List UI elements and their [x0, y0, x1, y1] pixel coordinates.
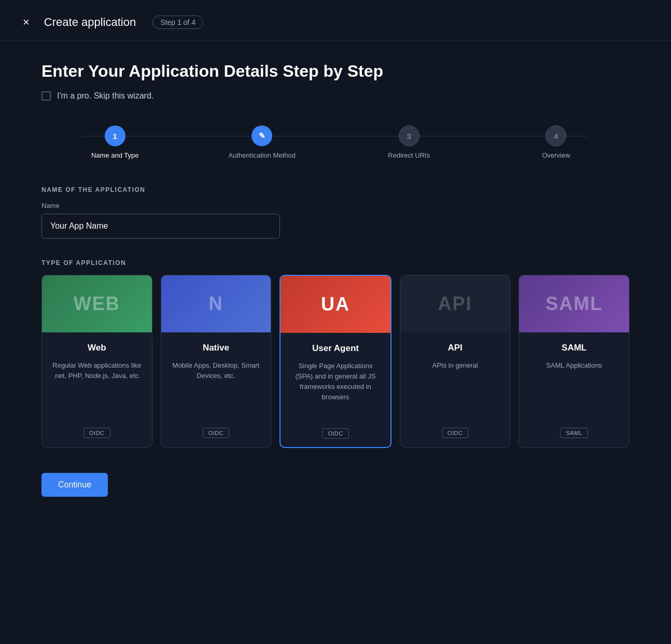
step-1[interactable]: 1 Name and Type [41, 125, 189, 159]
step-1-label: Name and Type [91, 151, 139, 159]
card-native-banner-text: N [208, 293, 223, 315]
card-native-desc: Mobile Apps, Desktop, Smart Devices, etc… [170, 360, 263, 418]
app-name-input[interactable] [41, 214, 280, 239]
card-ua-body: User Agent Single Page Applications (SPA… [281, 333, 390, 447]
card-web-banner-text: WEB [74, 293, 120, 315]
step-2-label: Authentication Method [229, 151, 296, 159]
card-api-name: API [448, 343, 462, 353]
card-saml-banner: SAML [519, 275, 629, 332]
step-4[interactable]: 4 Overview [483, 125, 630, 159]
card-api-tag: OIDC [442, 428, 469, 438]
page-heading: Enter Your Application Details Step by S… [41, 62, 630, 81]
card-saml-banner-text: SAML [546, 293, 603, 315]
card-web-tag: OIDC [83, 428, 110, 438]
name-field-label: Name [41, 202, 630, 209]
card-native-tag: OIDC [203, 428, 230, 438]
card-ua-tag: OIDC [322, 428, 349, 439]
card-saml-desc: SAML Applications [546, 360, 602, 418]
app-type-cards: WEB Web Regular Web applications like .n… [41, 275, 630, 448]
main-content: Enter Your Application Details Step by S… [0, 41, 671, 528]
card-web-banner: WEB [42, 275, 152, 332]
step-3-circle: 3 [399, 125, 420, 146]
close-button[interactable]: × [21, 15, 32, 30]
step-2-circle: ✎ [251, 125, 272, 146]
name-section: NAME OF THE APPLICATION Name [41, 186, 630, 259]
card-api-desc: APIs in general [432, 360, 478, 418]
card-native-body: Native Mobile Apps, Desktop, Smart Devic… [161, 332, 271, 446]
card-native-name: Native [203, 343, 229, 353]
type-section-title: TYPE OF APPLICATION [41, 259, 630, 267]
type-section: TYPE OF APPLICATION WEB Web Regular Web … [41, 259, 630, 448]
step-4-label: Overview [542, 151, 570, 159]
step-3[interactable]: 3 Redirect URIs [336, 125, 483, 159]
card-saml-name: SAML [562, 343, 586, 353]
card-native-banner: N [161, 275, 271, 332]
card-ua-desc: Single Page Applications (SPA) and in ge… [289, 361, 382, 419]
skip-wizard-checkbox[interactable] [41, 91, 51, 101]
card-api[interactable]: API API APIs in general OIDC [400, 275, 511, 448]
step-badge: Step 1 of 4 [152, 16, 203, 29]
card-api-body: API APIs in general OIDC [400, 332, 510, 446]
step-2[interactable]: ✎ Authentication Method [189, 125, 336, 159]
card-web-desc: Regular Web applications like .net, PHP,… [50, 360, 144, 418]
continue-button[interactable]: Continue [41, 473, 108, 497]
card-ua-banner: UA [281, 276, 390, 333]
pencil-icon: ✎ [259, 131, 265, 141]
card-web-body: Web Regular Web applications like .net, … [42, 332, 152, 446]
card-ua[interactable]: UA User Agent Single Page Applications (… [279, 275, 392, 448]
header: × Create application Step 1 of 4 [0, 0, 671, 41]
stepper: 1 Name and Type ✎ Authentication Method … [41, 125, 630, 159]
card-ua-banner-text: UA [321, 293, 350, 315]
card-saml-body: SAML SAML Applications SAML [519, 332, 629, 446]
skip-wizard-row: I'm a pro. Skip this wizard. [41, 91, 630, 101]
card-api-banner: API [400, 275, 510, 332]
step-4-circle: 4 [546, 125, 566, 146]
card-native[interactable]: N Native Mobile Apps, Desktop, Smart Dev… [161, 275, 272, 448]
step-3-label: Redirect URIs [388, 151, 430, 159]
name-section-title: NAME OF THE APPLICATION [41, 186, 630, 193]
skip-wizard-label: I'm a pro. Skip this wizard. [57, 91, 153, 101]
card-ua-name: User Agent [312, 343, 359, 354]
page-wrapper: × Create application Step 1 of 4 Enter Y… [0, 0, 671, 644]
page-title: Create application [44, 16, 136, 29]
step-1-circle: 1 [105, 125, 125, 146]
card-saml-tag: SAML [560, 428, 588, 438]
card-web[interactable]: WEB Web Regular Web applications like .n… [41, 275, 152, 448]
card-api-banner-text: API [438, 293, 472, 315]
card-saml[interactable]: SAML SAML SAML Applications SAML [519, 275, 630, 448]
card-web-name: Web [88, 343, 106, 353]
